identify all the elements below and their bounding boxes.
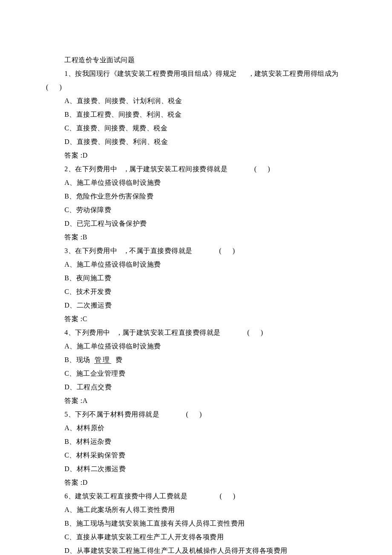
stem-part-b: , 属于建筑安装工程间接费得就是 <box>125 165 228 173</box>
option: D、直接费、间接费、利润、税金 <box>46 135 346 149</box>
stem-part-a: 、在下列费用中 <box>68 165 118 173</box>
page-title: 工程造价专业面试问题 <box>46 53 346 67</box>
answer-label: 答案 : <box>64 315 82 322</box>
question-number: 6 <box>64 492 68 500</box>
option-b-underlined: 管理 <box>94 356 111 364</box>
option: D、工程点交费 <box>46 380 346 394</box>
question-stem: 3、在下列费用中, 不属于直接费得就是() <box>46 244 346 258</box>
answer-line: 答案 :B <box>46 230 346 244</box>
blank-paren: () <box>229 326 263 339</box>
option: B、直接工程费、间接费、利润、税金 <box>46 108 346 121</box>
blank-paren-line: () <box>46 81 346 94</box>
option: B、现场管理费 <box>46 353 346 367</box>
answer-line: 答案 :D <box>46 149 346 162</box>
option: D、已完工程与设备保护费 <box>46 217 346 230</box>
option: C、技术开发费 <box>46 285 346 299</box>
stem-part-a: 、下列不属于材料费用得就是 <box>68 411 160 418</box>
option: B、夜间施工费 <box>46 271 346 285</box>
answer-value: D <box>83 152 88 159</box>
answer-line: 答案 :A <box>46 394 346 408</box>
option: C、材料采购保管费 <box>46 449 346 462</box>
option: A、施工单位搭设得临时设施费 <box>46 176 346 190</box>
option: D、二次搬运费 <box>46 299 346 312</box>
stem-part-b: , 属于建筑安装工程直接费得就是 <box>118 329 221 336</box>
stem-part-a: 、建筑安装工程直接费中得人工费就是 <box>68 492 188 500</box>
option: D、材料二次搬运费 <box>46 462 346 476</box>
stem-part-b: , 不属于直接费得就是 <box>125 247 193 254</box>
blank-paren: () <box>236 162 270 176</box>
answer-label: 答案 : <box>64 479 82 486</box>
answer-line: 答案 :C <box>46 312 346 326</box>
stem-part-b: , 建筑安装工程费用得组成为 <box>251 70 339 77</box>
option-b-prefix: B、现场 <box>64 356 90 363</box>
option: C、直接费、间接费、规费、税金 <box>46 121 346 135</box>
option: D、从事建筑安装工程施工得生产工人及机械操作人员得开支得各项费用 <box>46 544 346 555</box>
stem-part-a: 、下列费用中 <box>68 329 110 336</box>
option: A、施工单位搭设得临时设施费 <box>46 258 346 271</box>
option-b-suffix: 费 <box>115 356 123 363</box>
question-stem: 5、下列不属于材料费用得就是() <box>46 408 346 421</box>
answer-value: A <box>83 397 88 404</box>
answer-line: 答案 :D <box>46 476 346 489</box>
option: C、直接从事建筑安装工程生产工人开支得各项费用 <box>46 530 346 544</box>
stem-part-a: 、在下列费用中 <box>68 247 118 254</box>
option: A、施工单位搭设得临时设施费 <box>46 339 346 353</box>
question-number: 1 <box>64 70 68 77</box>
answer-label: 答案 : <box>64 397 82 404</box>
answer-value: B <box>83 233 87 241</box>
answer-label: 答案 : <box>64 152 82 159</box>
blank-paren: () <box>201 244 235 258</box>
option: B、危险作业意外伤害保险费 <box>46 190 346 203</box>
option: A、施工此案场所有人得工资性费用 <box>46 503 346 517</box>
option: A、材料原价 <box>46 421 346 435</box>
option: A、直接费、间接费、计划利润、税金 <box>46 94 346 108</box>
question-stem: 4、下列费用中, 属于建筑安装工程直接费得就是() <box>46 326 346 339</box>
question-stem: 2、在下列费用中, 属于建筑安装工程间接费得就是() <box>46 162 346 176</box>
answer-value: C <box>83 315 87 322</box>
option: C、劳动保障费 <box>46 203 346 217</box>
question-number: 3 <box>64 247 68 254</box>
option: C、施工企业管理费 <box>46 367 346 380</box>
answer-value: D <box>83 479 88 486</box>
question-stem: 6、建筑安装工程直接费中得人工费就是() <box>46 489 346 503</box>
question-stem: 1、按我国现行《建筑安装工程费费用项目组成》得规定, 建筑安装工程费用得组成为 <box>46 67 346 81</box>
option: B、施工现场与建筑安装施工直接有关得人员得工资性费用 <box>46 517 346 530</box>
stem-part-a: 、按我国现行《建筑安装工程费费用项目组成》得规定 <box>68 70 237 77</box>
answer-label: 答案 : <box>64 233 82 241</box>
blank-paren: () <box>201 489 235 503</box>
question-number: 5 <box>64 411 68 418</box>
question-number: 4 <box>64 329 68 336</box>
document-page: 工程造价专业面试问题 1、按我国现行《建筑安装工程费费用项目组成》得规定, 建筑… <box>0 0 392 555</box>
blank-paren: () <box>167 408 202 421</box>
option: B、材料运杂费 <box>46 435 346 449</box>
question-number: 2 <box>64 165 68 173</box>
